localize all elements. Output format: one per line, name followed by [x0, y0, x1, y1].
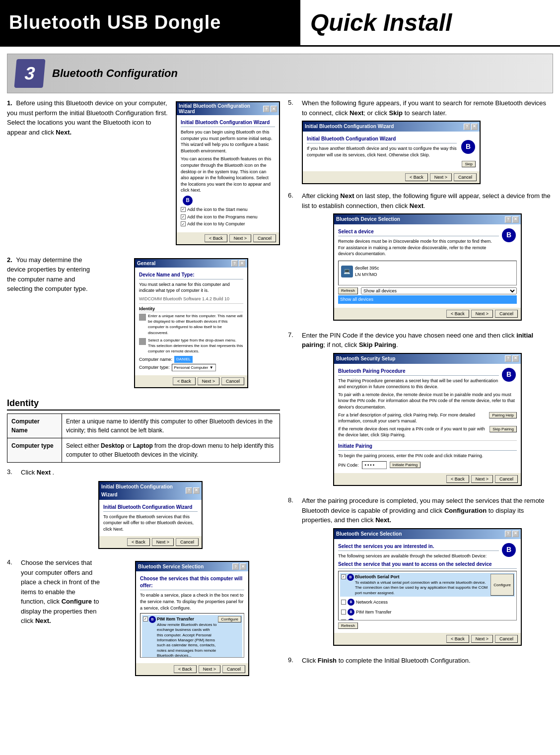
- wizard-2-computername-label: Computer name:: [139, 356, 172, 363]
- wizard-2-cancel-btn[interactable]: Cancel: [221, 377, 244, 385]
- wizard-8-close-btn[interactable]: ✕: [512, 531, 519, 537]
- wizard-2-section-title: Device Name and Type:: [139, 272, 243, 279]
- wizard-4-next-btn[interactable]: Next >: [199, 665, 220, 673]
- service-8-serial-check[interactable]: [341, 574, 346, 579]
- wizard-8-help-btn[interactable]: ?: [505, 531, 511, 537]
- wizard-3-back-btn[interactable]: < Back: [127, 538, 150, 546]
- wizard-6-device-icon: 💻: [341, 266, 353, 277]
- identity-row-2: Computer type Select either Desktop or L…: [7, 438, 280, 462]
- wizard-6-footer: < Back Next > Cancel: [334, 308, 521, 320]
- wizard-7-cancel-btn[interactable]: Cancel: [495, 475, 518, 483]
- wizard-2-computertype-label: Computer type:: [139, 364, 170, 371]
- wizard-6-show-dropdown[interactable]: Show all devices Show computers Show Per…: [361, 287, 517, 294]
- wizard-5-cancel-btn[interactable]: Cancel: [454, 173, 477, 181]
- service-8-file-check[interactable]: [341, 619, 346, 620]
- wizard-3-text: To configure the Bluetooth services that…: [103, 514, 198, 533]
- wizard-step-4: Bluetooth Service Selection ? ✕ Choose t…: [135, 561, 249, 676]
- quick-install-title: Quick Install: [310, 9, 452, 36]
- wizard-7-back-btn[interactable]: < Back: [446, 475, 469, 483]
- step-7: 7. Enter the PIN Code if the device you …: [288, 331, 553, 489]
- service-8-pim-transfer-check[interactable]: [341, 610, 346, 615]
- wizard-1-cancel-btn[interactable]: Cancel: [253, 234, 276, 242]
- wizard-7-help-btn[interactable]: ?: [505, 355, 511, 362]
- wizard-7-text-area: Bluetooth Pairing Procedure The Pairing …: [338, 368, 499, 392]
- wizard-2-title: General: [137, 261, 155, 266]
- wizard-8-next-btn[interactable]: Next >: [471, 635, 493, 643]
- wizard-1-close-btn[interactable]: ✕: [271, 106, 277, 112]
- wizard-7-close-btn[interactable]: ✕: [512, 355, 519, 362]
- wizard-8-back-btn[interactable]: < Back: [446, 635, 469, 643]
- wizard-3-cancel-btn[interactable]: Cancel: [176, 538, 199, 546]
- service-8-network-check[interactable]: [341, 600, 346, 605]
- wizard-5-skip-btn[interactable]: Skip: [462, 161, 476, 167]
- wizard-5-help-btn[interactable]: ?: [464, 124, 470, 130]
- wizard-7-next-btn[interactable]: Next >: [471, 475, 493, 483]
- wizard-1-back-btn[interactable]: < Back: [205, 234, 227, 242]
- service-pim-check[interactable]: [143, 617, 148, 621]
- identity-value-2: Select either Desktop or Laptop from the…: [62, 438, 280, 462]
- wizard-2-computertype-value[interactable]: Personal Computer ▼: [172, 364, 216, 371]
- wizard-6-next-btn[interactable]: Next >: [471, 310, 493, 318]
- wizard-8-cancel-btn[interactable]: Cancel: [495, 635, 518, 643]
- wizard-2-next-btn[interactable]: Next >: [198, 377, 219, 385]
- wizard-1-help-btn[interactable]: ?: [263, 106, 270, 112]
- wizard-1-section-title: Initial Bluetooth Configuration Wizard: [181, 119, 275, 127]
- wizard-3-close-btn[interactable]: ✕: [193, 487, 200, 494]
- wizard-4-close-btn[interactable]: ✕: [240, 563, 246, 570]
- service-pim-transfer: B PIM Item Transfer Allow remote Bluetoo…: [142, 615, 242, 658]
- wizard-4-back-btn[interactable]: < Back: [174, 665, 197, 673]
- wizard-7-controls: ? ✕: [505, 355, 519, 362]
- wizard-4-help-btn[interactable]: ?: [232, 563, 239, 570]
- wizard-8-controls: ? ✕: [505, 531, 519, 537]
- service-8-serial[interactable]: B Bluetooth Serial Port To establish a v…: [340, 573, 515, 597]
- wizard-8-services-list[interactable]: B Bluetooth Serial Port To establish a v…: [338, 571, 517, 620]
- wizard-5-close-btn[interactable]: ✕: [471, 124, 478, 130]
- wizard-6-help-btn[interactable]: ?: [505, 216, 511, 223]
- wizard-4-services-list[interactable]: B PIM Item Transfer Allow remote Bluetoo…: [140, 613, 244, 658]
- wizard-4-cancel-btn[interactable]: Cancel: [222, 665, 245, 673]
- wizard-8-body: Select the services you are interested i…: [334, 539, 521, 633]
- wizard-5-back-btn[interactable]: < Back: [405, 173, 428, 181]
- wizard-8-title: Bluetooth Service Selection: [336, 530, 402, 538]
- wizard-7-initiate-btn[interactable]: Initiate Pairing: [390, 462, 421, 468]
- wizard-4-body: Choose the services that this computer w…: [136, 571, 248, 663]
- wizard-1-next-btn[interactable]: Next >: [229, 234, 251, 242]
- wizard-5-icon: B: [461, 140, 475, 154]
- wizard-7-skip-pairing-btn[interactable]: Skip Pairing: [490, 426, 517, 432]
- wizard-8-refresh-btn[interactable]: Refresh: [338, 622, 358, 629]
- wizard-5-titlebar: Initial Bluetooth Configuration Wizard ?…: [303, 122, 480, 132]
- wizard-7-initiate-text: To begin the pairing process, enter the …: [338, 453, 517, 459]
- wizard-6-refresh-btn[interactable]: Refresh: [338, 287, 358, 294]
- wizard-6-close-btn[interactable]: ✕: [512, 216, 519, 223]
- wizard-6-title: Bluetooth Device Selection: [336, 215, 400, 223]
- wizard-3-help-btn[interactable]: ?: [186, 487, 192, 494]
- product-title: Bluetooth USB Dongle: [9, 12, 221, 33]
- check-programs-menu[interactable]: [181, 214, 186, 219]
- wizard-2-help-btn[interactable]: ?: [231, 260, 238, 267]
- wizard-6-section: Select a device: [338, 228, 499, 236]
- wizard-3-titlebar: Initial Bluetooth Configuration Wizard ?…: [99, 482, 202, 500]
- service-pim-configure-btn[interactable]: Configure: [218, 616, 241, 622]
- main-content: 1. Before using this Bluetooth device on…: [0, 98, 560, 695]
- wizard-2-computername-field: Computer name: DANIEL: [139, 356, 243, 362]
- service-8-configure-btn[interactable]: Configure: [490, 574, 514, 596]
- wizard-2-close-btn[interactable]: ✕: [239, 260, 245, 267]
- wizard-8-text: The following services are available thr…: [338, 553, 499, 559]
- step-2: 2. You may determine the device properti…: [7, 255, 280, 391]
- check-start-menu[interactable]: [181, 207, 186, 212]
- wizard-7-pin-input[interactable]: ••••: [362, 461, 387, 470]
- step-1-text: 1. Before using this Bluetooth device on…: [7, 98, 170, 248]
- wizard-3-next-btn[interactable]: Next >: [152, 538, 174, 546]
- wizard-step-6: Bluetooth Device Selection ? ✕ Select a …: [333, 213, 522, 320]
- wizard-6-cancel-btn[interactable]: Cancel: [495, 310, 518, 318]
- wizard-2-back-btn[interactable]: < Back: [173, 377, 196, 385]
- wizard-6-device-list[interactable]: 💻 deollet 395cLN MY/MO: [338, 261, 517, 285]
- wizard-2-name-row: Enter a unique name for this computer. T…: [139, 313, 243, 336]
- wizard-7-pairing-help-btn[interactable]: Pairing Help: [489, 412, 517, 418]
- check-my-computer[interactable]: [181, 221, 186, 226]
- wizard-6-back-btn[interactable]: < Back: [446, 310, 469, 318]
- wizard-1-controls: ? ✕: [263, 106, 277, 112]
- wizard-5-next-btn[interactable]: Next >: [430, 173, 452, 181]
- wizard-6-device-item[interactable]: 💻 deollet 395cLN MY/MO: [340, 263, 515, 280]
- wizard-1-text1: Before you can begin using Bluetooth on …: [181, 129, 275, 154]
